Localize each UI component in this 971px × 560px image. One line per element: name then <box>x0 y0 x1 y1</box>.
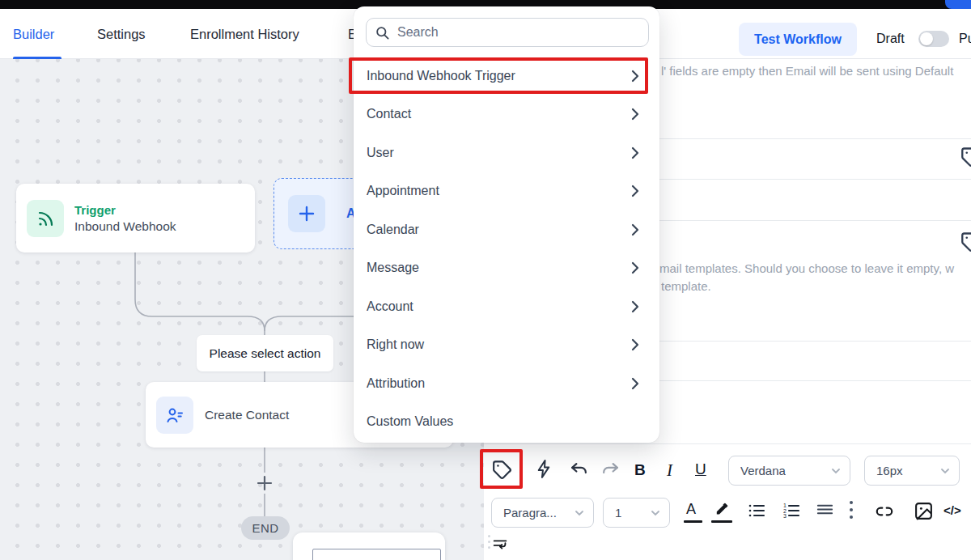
chevron-right-icon <box>630 376 640 391</box>
menu-item-right-now[interactable]: Right now <box>354 326 659 365</box>
menu-item-label: Attribution <box>367 376 425 391</box>
dropdown-search[interactable] <box>366 18 649 47</box>
menu-item-label: Account <box>367 299 413 314</box>
trigger-node-subtitle: Inbound Webhook <box>74 219 176 234</box>
font-size-value: 16px <box>876 464 903 477</box>
tab-settings[interactable]: Settings <box>97 9 146 59</box>
chevron-down-icon <box>830 465 842 477</box>
menu-item-label: Custom Values <box>367 414 453 429</box>
font-family-value: Verdana <box>740 464 786 477</box>
helper-text-templates-1: mail templates. Should you choose to lea… <box>659 261 954 275</box>
menu-item-label: Inbound Webhook Trigger <box>367 69 515 83</box>
bullet-list-icon[interactable] <box>747 501 766 520</box>
trigger-node-title: Trigger <box>74 203 176 217</box>
menu-item-label: Right now <box>367 337 424 352</box>
align-justify-icon[interactable] <box>816 501 834 520</box>
menu-item-label: Contact <box>367 107 411 121</box>
text-color-button[interactable]: A <box>686 501 696 518</box>
trigger-link-bolt-icon[interactable] <box>534 459 554 479</box>
chevron-right-icon <box>630 223 640 237</box>
publish-label-clipped: Pu <box>959 32 971 46</box>
more-options-icon[interactable] <box>848 498 854 521</box>
insert-tag-icon[interactable] <box>491 459 513 481</box>
tab-settings-label: Settings <box>97 27 146 42</box>
editor-top-divider <box>484 443 971 444</box>
underline-button[interactable]: U <box>695 460 706 478</box>
add-step-plus-icon <box>258 477 271 490</box>
chevron-right-icon <box>630 184 640 198</box>
menu-item-account[interactable]: Account <box>354 287 659 326</box>
chevron-right-icon <box>630 299 640 314</box>
draft-label: Draft <box>876 32 905 46</box>
chevron-right-icon <box>630 261 640 275</box>
plus-icon <box>288 195 325 232</box>
chevron-right-icon <box>630 337 640 352</box>
trigger-node[interactable]: Trigger Inbound Webhook <box>16 184 255 252</box>
tab-enrollment-history-label: Enrollment History <box>190 27 299 42</box>
text-wrap-icon[interactable] <box>491 536 509 554</box>
chevron-right-icon <box>630 107 640 121</box>
bottom-popup-field[interactable] <box>312 549 441 560</box>
select-action-tooltip: Please select action <box>197 335 333 371</box>
chevron-down-icon <box>650 507 661 519</box>
highlight-color-bar <box>711 520 732 523</box>
menu-item-user[interactable]: User <box>354 134 659 172</box>
menu-item-label: User <box>367 146 394 160</box>
helper-text-templates-2: template. <box>661 279 711 293</box>
bold-button[interactable]: B <box>634 461 646 479</box>
insert-link-icon[interactable] <box>874 501 895 522</box>
chevron-down-icon <box>939 465 951 477</box>
menu-item-label: Calendar <box>367 223 419 237</box>
menu-item-message[interactable]: Message <box>354 249 659 288</box>
dropdown-menu: Inbound Webhook Trigger Contact User App… <box>354 57 659 441</box>
create-contact-label: Create Contact <box>205 408 289 422</box>
highlight-color-button[interactable] <box>713 499 731 518</box>
top-corner-button[interactable] <box>945 0 971 9</box>
toggle-knob <box>920 32 933 45</box>
menu-item-custom-values[interactable]: Custom Values <box>354 403 659 442</box>
chevron-right-icon <box>630 69 640 83</box>
chevron-right-icon <box>630 146 640 160</box>
custom-value-tag-icon[interactable] <box>960 231 971 257</box>
webhook-rss-icon <box>27 200 64 237</box>
helper-text-top: l' fields are empty then Email will be s… <box>661 64 953 78</box>
bottom-popup-card <box>293 532 445 560</box>
end-badge: END <box>241 516 290 540</box>
line-height-select[interactable]: 1 <box>603 498 670 528</box>
code-view-button[interactable]: </> <box>943 503 961 517</box>
italic-button[interactable]: I <box>667 460 672 481</box>
paragraph-style-select[interactable]: Paragra... <box>491 498 594 528</box>
search-input[interactable] <box>397 25 640 40</box>
font-size-select[interactable]: 16px <box>864 456 960 486</box>
panel-drag-handle[interactable] <box>485 535 493 549</box>
svg-text:3: 3 <box>783 513 787 519</box>
insert-image-icon[interactable] <box>914 501 934 521</box>
menu-item-inbound-webhook-trigger[interactable]: Inbound Webhook Trigger <box>354 57 659 95</box>
menu-item-attribution[interactable]: Attribution <box>354 364 659 403</box>
chevron-down-icon <box>574 507 585 519</box>
tab-enrollment-history[interactable]: Enrollment History <box>190 9 299 59</box>
text-color-bar <box>684 520 702 523</box>
actions-dropdown: Inbound Webhook Trigger Contact User App… <box>354 6 659 443</box>
tab-builder[interactable]: Builder <box>13 9 54 59</box>
undo-icon[interactable] <box>569 460 589 481</box>
paragraph-style-value: Paragra... <box>503 506 557 520</box>
menu-item-calendar[interactable]: Calendar <box>354 210 659 249</box>
numbered-list-icon[interactable]: 123 <box>782 501 801 520</box>
create-contact-icon <box>156 397 193 434</box>
menu-item-label: Message <box>367 261 419 275</box>
publish-toggle[interactable] <box>918 31 949 47</box>
line-height-value: 1 <box>615 506 621 520</box>
tab-builder-label: Builder <box>13 27 54 42</box>
custom-value-tag-icon[interactable] <box>960 146 971 172</box>
menu-item-label: Appointment <box>367 184 439 198</box>
font-family-select[interactable]: Verdana <box>728 456 850 486</box>
search-icon <box>375 25 390 40</box>
redo-icon[interactable] <box>600 460 621 481</box>
active-tab-underline <box>13 57 61 59</box>
menu-item-appointment[interactable]: Appointment <box>354 172 659 211</box>
menu-item-contact[interactable]: Contact <box>354 95 659 134</box>
test-workflow-button[interactable]: Test Workflow <box>739 23 857 56</box>
